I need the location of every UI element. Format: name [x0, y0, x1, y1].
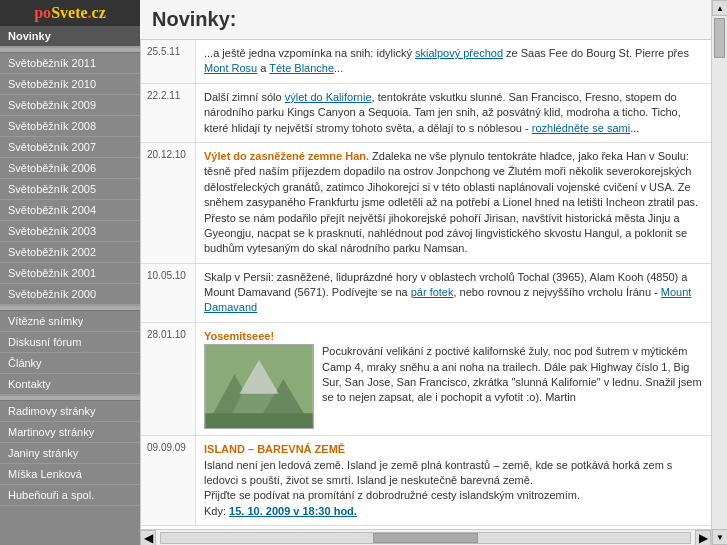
news-date-6: 09.09.09 [141, 436, 196, 525]
sidebar-item-svetobeznik-2001[interactable]: Světoběžník 2001 [0, 263, 140, 284]
sidebar-item-svetobeznik-2007[interactable]: Světoběžník 2007 [0, 137, 140, 158]
logo-text: poSvete.cz [34, 4, 106, 22]
yosemite-image [204, 344, 314, 429]
svg-marker-5 [205, 414, 312, 429]
link-par-fotek[interactable]: pár fotek [411, 286, 454, 298]
news-date-1: 25.5.11 [141, 40, 196, 83]
news-date-2: 22.2.11 [141, 84, 196, 142]
horizontal-scroll-thumb[interactable] [373, 533, 479, 543]
sidebar-item-janiny[interactable]: Janiny stránky [0, 443, 140, 464]
sidebar-item-svetobeznik-2009[interactable]: Světoběžník 2009 [0, 95, 140, 116]
news-date-4: 10.05.10 [141, 264, 196, 322]
news-item-3: 20.12.10 Výlet do zasněžené zemne Han. Z… [141, 143, 711, 264]
sidebar-item-diskusni-forum[interactable]: Diskusní fórum [0, 332, 140, 353]
logo[interactable]: poSvete.cz [0, 0, 140, 26]
news-content-6: ISLAND – BAREVNÁ ZEMĚ Island není jen le… [196, 436, 711, 525]
news-item-5: 28.01.10 Yosemitseee! [141, 323, 711, 436]
link-vylet-do-kalifornie[interactable]: výlet do Kalifornie [285, 91, 372, 103]
sidebar-item-svetobeznik-2003[interactable]: Světoběžník 2003 [0, 221, 140, 242]
link-mont-rosu[interactable]: Mont Rosu [204, 62, 257, 74]
sidebar: poSvete.cz Novinky Světoběžník 2011 Svět… [0, 0, 140, 545]
vertical-scrollbar[interactable]: ▲ ▼ [711, 0, 727, 545]
scroll-track [712, 16, 727, 529]
horizontal-scrollbar[interactable] [160, 532, 691, 544]
island-text-2: Přijďte se podívat na promítání z dobrod… [204, 488, 703, 503]
news-list[interactable]: 25.5.11 ...a ještě jedna vzpomínka na sn… [140, 40, 711, 529]
link-tete-blanche[interactable]: Téte Blanche [269, 62, 334, 74]
sidebar-item-martinovy[interactable]: Martinovy stránky [0, 422, 140, 443]
news-item-2: 22.2.11 Další zimní sólo výlet do Kalifo… [141, 84, 711, 143]
sidebar-item-svetobeznik-2011[interactable]: Světoběžník 2011 [0, 53, 140, 74]
yosemite-text: Pocukrování velikání z poctivé kaliforns… [322, 344, 703, 429]
sidebar-item-miska[interactable]: Míška Lenková [0, 464, 140, 485]
scroll-down-button[interactable]: ▼ [712, 529, 727, 545]
sidebar-item-novinky[interactable]: Novinky [0, 26, 140, 47]
sidebar-item-kontakty[interactable]: Kontakty [0, 374, 140, 395]
news-content-2: Další zimní sólo výlet do Kalifornie, te… [196, 84, 711, 142]
news-content-1: ...a ještě jedna vzpomínka na snih: idyl… [196, 40, 711, 83]
page-title: Novinky: [152, 8, 699, 31]
link-rozhlédněte[interactable]: rozhlédněte se sami [532, 122, 630, 134]
news-content-4: Skalp v Persii: zasněžené, liduprázdné h… [196, 264, 711, 322]
sidebar-item-svetobeznik-2005[interactable]: Světoběžník 2005 [0, 179, 140, 200]
scroll-left-button[interactable]: ◀ [140, 530, 156, 546]
news-title-3: Výlet do zasněžené zemne Han. [204, 150, 369, 162]
link-island-kdy[interactable]: 15. 10. 2009 v 18:30 hod. [229, 505, 357, 517]
sidebar-item-vitezne-snimky[interactable]: Vítězné snímky [0, 311, 140, 332]
news-title-6: ISLAND – BAREVNÁ ZEMĚ [204, 442, 703, 457]
news-content-3: Výlet do zasněžené zemne Han. Zdaleka ne… [196, 143, 711, 263]
news-title-5: Yosemitseee! [204, 329, 703, 344]
news-item-6: 09.09.09 ISLAND – BAREVNÁ ZEMĚ Island ne… [141, 436, 711, 526]
island-kdy: Kdy: 15. 10. 2009 v 18:30 hod. [204, 504, 703, 519]
sidebar-item-radimovy[interactable]: Radimovy stránky [0, 401, 140, 422]
island-text-1: Island není jen ledová země. Island je z… [204, 458, 703, 489]
sidebar-item-svetobeznik-2006[interactable]: Světoběžník 2006 [0, 158, 140, 179]
sidebar-item-svetobeznik-2002[interactable]: Světoběžník 2002 [0, 242, 140, 263]
link-skialpovy-prechod[interactable]: skialpový přechod [415, 47, 503, 59]
sidebar-item-svetobeznik-2000[interactable]: Světoběžník 2000 [0, 284, 140, 305]
content-area: Novinky: 25.5.11 ...a ještě jedna vzpomí… [140, 0, 711, 545]
news-with-image-5: Pocukrování velikání z poctivé kaliforns… [204, 344, 703, 429]
scroll-up-button[interactable]: ▲ [712, 0, 727, 16]
sidebar-item-hubenouri[interactable]: Hubeňouři a spol. [0, 485, 140, 506]
sidebar-item-svetobeznik-2008[interactable]: Světoběžník 2008 [0, 116, 140, 137]
news-item-1: 25.5.11 ...a ještě jedna vzpomínka na sn… [141, 40, 711, 84]
news-item-4: 10.05.10 Skalp v Persii: zasněžené, lidu… [141, 264, 711, 323]
scroll-right-button[interactable]: ▶ [695, 530, 711, 546]
news-content-5: Yosemitseee! [196, 323, 711, 435]
sidebar-item-svetobeznik-2010[interactable]: Světoběžník 2010 [0, 74, 140, 95]
bottom-scrollbar-area: ◀ ▶ [140, 529, 711, 545]
news-date-5: 28.01.10 [141, 323, 196, 435]
news-date-3: 20.12.10 [141, 143, 196, 263]
sidebar-item-svetobeznik-2004[interactable]: Světoběžník 2004 [0, 200, 140, 221]
sidebar-item-clanky[interactable]: Články [0, 353, 140, 374]
content-header: Novinky: [140, 0, 711, 40]
scroll-thumb[interactable] [714, 18, 725, 58]
